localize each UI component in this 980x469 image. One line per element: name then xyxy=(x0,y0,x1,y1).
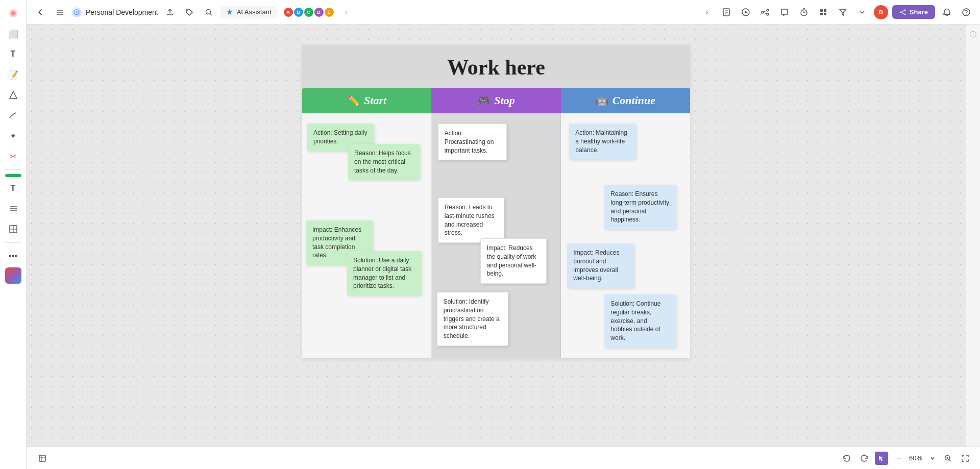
menu-button[interactable] xyxy=(52,5,67,20)
fullscreen-button[interactable] xyxy=(959,452,972,465)
note-c1[interactable]: Action: Maintaining a healthy work-life … xyxy=(569,124,635,159)
app-logo xyxy=(71,7,82,17)
sidebar-item-cut[interactable]: ✂ xyxy=(4,147,22,165)
col-header-start: ✏️ Start xyxy=(302,88,431,113)
app-name: Personal Development xyxy=(86,8,158,16)
sidebar-item-smart[interactable]: ✦ xyxy=(4,127,22,145)
svg-point-24 xyxy=(767,9,769,11)
sidebar-item-table[interactable] xyxy=(4,220,22,238)
sidebar-item-apps[interactable] xyxy=(5,267,21,284)
svg-marker-22 xyxy=(745,11,748,14)
tag-button[interactable] xyxy=(182,5,197,20)
sidebar-item-frame[interactable]: ⬜ xyxy=(4,24,22,43)
note-st2[interactable]: Reason: Leads to last-minute rushes and … xyxy=(438,198,504,243)
svg-rect-32 xyxy=(820,9,823,12)
svg-point-15 xyxy=(206,9,210,14)
user-avatar[interactable]: B xyxy=(874,5,888,19)
svg-rect-43 xyxy=(39,455,45,461)
notification-button[interactable] xyxy=(939,5,954,20)
columns-header: ✏️ Start 🎮 Stop 🤖 Continue xyxy=(302,88,690,113)
play-button[interactable] xyxy=(738,5,753,20)
note-c2[interactable]: Reason: Ensures long-term productivity a… xyxy=(604,185,676,229)
svg-point-14 xyxy=(187,10,188,11)
svg-point-42 xyxy=(966,14,967,15)
chevron-right-button[interactable]: › xyxy=(699,5,715,20)
bottom-right: − 60% xyxy=(840,452,972,465)
expand-button[interactable]: › xyxy=(339,5,354,20)
note-st4[interactable]: Solution: Identify procrastination trigg… xyxy=(437,292,508,346)
svg-line-26 xyxy=(764,11,767,12)
sidebar-item-shape[interactable] xyxy=(4,86,22,104)
collab-avatars: A B C D E xyxy=(283,7,335,18)
start-icon: ✏️ xyxy=(347,94,360,107)
redo-button[interactable] xyxy=(857,452,871,465)
sidebar-item-list[interactable] xyxy=(4,200,22,218)
svg-rect-34 xyxy=(820,13,823,15)
avatar-4: D xyxy=(313,7,325,18)
col-label-stop: Stop xyxy=(494,94,514,107)
note-st3[interactable]: Impact: Reduces the quality of work and … xyxy=(480,238,547,284)
col-body-stop: Action: Procrastinating on important tas… xyxy=(432,113,561,358)
zoom-in-button[interactable] xyxy=(941,452,954,465)
left-sidebar: ⬜ T 📝 ✦ ✂ T ••• xyxy=(0,0,27,469)
download-button[interactable] xyxy=(719,5,734,20)
grid-button[interactable] xyxy=(816,5,831,20)
toolbar-right: › B xyxy=(699,5,974,20)
svg-line-40 xyxy=(901,12,904,13)
note-s4[interactable]: Solution: Use a daily planner or digital… xyxy=(347,251,421,295)
board-title: Work here xyxy=(302,55,690,80)
note-s2[interactable]: Reason: Helps focus on the most critical… xyxy=(348,144,420,180)
share-view-button[interactable] xyxy=(757,5,773,20)
sidebar-item-text2[interactable]: T xyxy=(4,179,22,198)
svg-point-2 xyxy=(12,12,14,14)
ai-assistant-label: AI Assistant xyxy=(237,8,272,16)
right-panel-info[interactable]: ⓘ xyxy=(967,29,979,41)
col-label-continue: Continue xyxy=(612,94,655,107)
bottom-bar: − 60% xyxy=(27,447,980,469)
svg-rect-35 xyxy=(824,13,826,15)
upload-button[interactable] xyxy=(162,5,178,20)
zoom-dropdown-button[interactable] xyxy=(926,452,939,465)
bottom-left xyxy=(35,451,50,466)
undo-button[interactable] xyxy=(840,452,853,465)
sidebar-item-divider[interactable] xyxy=(5,174,21,177)
arrow-down-button[interactable] xyxy=(854,5,870,20)
sidebar-divider xyxy=(5,169,21,170)
avatar-5: E xyxy=(324,7,335,18)
zoom-control: − 60% xyxy=(892,452,954,465)
toolbar-left: Personal Development AI Assistant A B C … xyxy=(33,5,695,20)
filter-button[interactable] xyxy=(835,5,850,20)
svg-point-37 xyxy=(904,9,905,11)
note-c4[interactable]: Solution: Continue regular breaks, exerc… xyxy=(604,294,676,348)
main-area: Personal Development AI Assistant A B C … xyxy=(27,0,980,469)
sidebar-item-text[interactable]: T xyxy=(4,45,22,63)
ai-assistant-button[interactable]: AI Assistant xyxy=(220,6,277,18)
back-button[interactable] xyxy=(33,5,48,20)
svg-rect-33 xyxy=(824,9,826,12)
stop-icon: 🎮 xyxy=(477,94,490,107)
svg-marker-46 xyxy=(879,456,884,461)
zoom-out-button[interactable]: − xyxy=(892,452,905,465)
col-body-start: Action: Setting daily priorities. Reason… xyxy=(302,113,432,358)
note-st1[interactable]: Action: Procrastinating on important tas… xyxy=(438,124,507,160)
col-body-continue: Action: Maintaining a healthy work-life … xyxy=(561,113,690,358)
board-view-button[interactable] xyxy=(35,451,50,466)
comment-button[interactable] xyxy=(777,5,792,20)
note-c3[interactable]: Impact: Reduces burnout and improves ove… xyxy=(567,243,633,288)
help-button[interactable] xyxy=(959,5,974,20)
svg-line-39 xyxy=(901,10,904,11)
columns-content: Action: Setting daily priorities. Reason… xyxy=(302,113,690,358)
sidebar-item-sticky[interactable]: 📝 xyxy=(4,65,22,84)
share-button[interactable]: Share xyxy=(892,5,935,19)
col-header-continue: 🤖 Continue xyxy=(561,88,690,113)
share-label: Share xyxy=(910,8,928,16)
svg-point-36 xyxy=(900,11,901,13)
canvas-area[interactable]: Work here ✏️ Start 🎮 Stop 🤖 Continue xyxy=(27,24,966,447)
sidebar-item-pen[interactable] xyxy=(4,106,22,125)
cursor-button[interactable] xyxy=(875,452,888,465)
avatar-2: B xyxy=(293,7,304,18)
search-button[interactable] xyxy=(201,5,216,20)
sidebar-item-more[interactable]: ••• xyxy=(4,247,22,265)
sidebar-item-design[interactable] xyxy=(4,4,22,22)
timer-button[interactable] xyxy=(796,5,812,20)
